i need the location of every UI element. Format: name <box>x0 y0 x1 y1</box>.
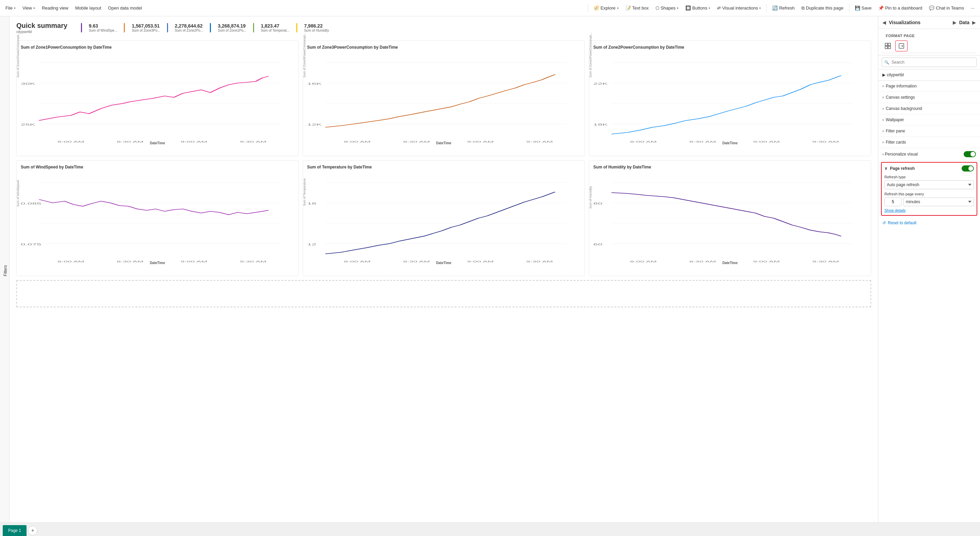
svg-text:9:00 AM: 9:00 AM <box>753 140 780 143</box>
section-canvas-background[interactable]: ›Canvas background <box>878 103 980 114</box>
dashboard-title-block: Quick summary citypwrtbl <box>16 22 67 34</box>
page-tabs: Page 1 + <box>0 522 980 536</box>
chart-card-5: Sum of Humidity by DateTime 80 60 8:00 A… <box>589 160 871 276</box>
toolbar-visual-interactions[interactable]: ⇄ Visual interactions ▾ <box>714 4 764 12</box>
chevron-down-icon: ∨ <box>885 166 888 171</box>
toolbar-view[interactable]: View ▾ <box>20 4 38 12</box>
reset-to-default-btn[interactable]: ↺ Reset to default <box>878 217 980 229</box>
duplicate-icon: ⧉ <box>802 5 805 11</box>
toolbar-pin[interactable]: 📌 Pin to a dashboard <box>876 4 925 12</box>
charts-grid: Sum of Zone1PowerConsumption by DateTime… <box>10 37 878 280</box>
refresh-type-select[interactable]: Auto page refresh <box>885 180 974 189</box>
section-label: Canvas settings <box>886 95 915 100</box>
buttons-icon: 🔲 <box>686 5 691 11</box>
svg-text:8:00 AM: 8:00 AM <box>57 260 84 263</box>
toolbar-file[interactable]: File ▾ <box>3 4 18 12</box>
toolbar-reading-view[interactable]: Reading view <box>39 4 71 12</box>
chat-icon: 💬 <box>929 5 934 11</box>
toolbar-shapes[interactable]: ⬡ Shapes ▾ <box>653 4 681 12</box>
data-tree-item-citypwrtbl[interactable]: ▶ citypwrtbl <box>882 72 976 78</box>
toolbar-chat[interactable]: 💬 Chat in Teams <box>926 4 967 12</box>
format-grid-icon[interactable] <box>882 40 894 51</box>
toolbar-buttons[interactable]: 🔲 Buttons ▾ <box>683 4 713 12</box>
textbox-icon: 📝 <box>625 5 631 11</box>
section-filter-cards[interactable]: ›Filter cards <box>878 137 980 148</box>
refresh-controls: minutes <box>885 198 974 206</box>
refresh-unit-select[interactable]: minutes <box>904 198 974 206</box>
toolbar-mobile-layout[interactable]: Mobile layout <box>72 4 104 12</box>
toolbar-separator-1 <box>588 4 588 12</box>
y-axis-label: Sum of WindSpeed <box>16 180 20 207</box>
chart-svg: 80 60 8:00 AM 8:30 AM 9:00 AM 9:30 AM <box>593 172 867 264</box>
panel-collapse-btn[interactable]: ◀ <box>882 20 886 25</box>
svg-text:9:00 AM: 9:00 AM <box>181 140 207 143</box>
panel-expand-arrow[interactable]: ▶ <box>953 20 956 25</box>
y-min: 12K <box>307 123 322 126</box>
data-expand-arrow[interactable]: ▶ <box>972 20 976 25</box>
y-axis-label: Sum of Zone2PowerConsumpti... <box>589 32 592 78</box>
add-page-btn[interactable]: + <box>28 526 37 535</box>
x-axis-label: DateTime <box>150 141 165 145</box>
chart-title: Sum of Zone2PowerConsumption by DateTime <box>593 45 867 50</box>
toolbar-refresh[interactable]: 🔄 Refresh <box>770 4 797 12</box>
more-icon: ··· <box>971 5 975 11</box>
section-item-left: ›Wallpaper <box>882 117 904 122</box>
svg-text:8:30 AM: 8:30 AM <box>403 140 430 143</box>
y-max: 0.085 <box>21 202 41 205</box>
svg-text:8:00 AM: 8:00 AM <box>630 140 657 143</box>
chart-svg: 0.085 0.075 8:00 AM 8:30 AM 9:00 AM 9:30… <box>21 172 294 264</box>
page-refresh-title: ∨ Page refresh <box>885 166 915 171</box>
toolbar-more[interactable]: ··· <box>968 4 977 12</box>
filters-label[interactable]: Filters <box>2 262 9 279</box>
section-filter-pane[interactable]: ›Filter pane <box>878 126 980 137</box>
format-page-icon[interactable] <box>895 40 908 51</box>
section-item-left: ›Page information <box>882 84 917 88</box>
chart-title: Sum of Zone3PowerConsumption by DateTime <box>307 45 581 50</box>
kpi-value: 7,986.22 <box>304 23 329 29</box>
format-section: Format page <box>878 29 980 56</box>
refresh-value-input[interactable] <box>885 198 901 206</box>
y-axis-label: Sum of Zone1PowerConsumpti... <box>16 32 20 78</box>
toolbar-save[interactable]: 💾 Save <box>852 4 875 12</box>
x-axis-label: DateTime <box>722 141 738 145</box>
toolbar-textbox[interactable]: 📝 Text box <box>623 4 651 12</box>
chevron-right-icon: › <box>882 129 884 133</box>
tree-item-label: citypwrtbl <box>887 72 904 77</box>
visualizations-title: Visualizations <box>889 20 921 25</box>
section-label: › Personalize visual <box>882 152 918 156</box>
refresh-every-label: Refresh this page every <box>885 192 974 196</box>
section-page-information[interactable]: ›Page information <box>878 81 980 92</box>
page-refresh-header: ∨ Page refresh <box>885 165 974 172</box>
format-icons-row <box>882 39 977 53</box>
section-canvas-settings[interactable]: ›Canvas settings <box>878 92 980 103</box>
page-tab-1[interactable]: Page 1 <box>3 525 27 536</box>
section-personalize-visual[interactable]: › Personalize visual <box>878 148 980 161</box>
section-wallpaper[interactable]: ›Wallpaper <box>878 114 980 126</box>
svg-text:9:30 AM: 9:30 AM <box>240 260 267 263</box>
show-details-link[interactable]: Show details <box>885 208 974 212</box>
y-min: 12 <box>307 242 317 246</box>
toolbar-open-data-model[interactable]: Open data model <box>105 4 145 12</box>
section-label: Page information <box>886 84 917 88</box>
tree-arrow-icon: ▶ <box>882 72 885 77</box>
page-refresh-section: ∨ Page refresh Refresh type Auto page re… <box>881 162 977 216</box>
panel-search-input[interactable] <box>882 57 977 67</box>
svg-rect-49 <box>888 43 891 46</box>
shapes-label: Shapes <box>660 5 676 11</box>
svg-text:8:30 AM: 8:30 AM <box>689 260 716 263</box>
explore-arrow: ▾ <box>617 6 619 10</box>
y-min: 60 <box>593 242 603 246</box>
toolbar-explore[interactable]: 🧭 Explore ▾ <box>591 4 621 12</box>
y-max: 18 <box>307 202 317 205</box>
toggle-on-icon[interactable] <box>964 151 976 157</box>
section-label: Filter cards <box>886 140 906 145</box>
page-refresh-toggle[interactable] <box>962 165 974 172</box>
chart-title: Sum of Zone1PowerConsumption by DateTime <box>21 45 294 50</box>
format-page-title: Format page <box>882 31 977 39</box>
sections-list: ›Page information›Canvas settings›Canvas… <box>878 81 980 161</box>
buttons-arrow: ▾ <box>708 6 710 10</box>
toolbar-duplicate[interactable]: ⧉ Duplicate this page <box>799 4 846 12</box>
svg-text:8:30 AM: 8:30 AM <box>403 260 430 263</box>
svg-text:9:00 AM: 9:00 AM <box>467 140 493 143</box>
kpi-value: 2,278,644.62 <box>175 23 203 29</box>
